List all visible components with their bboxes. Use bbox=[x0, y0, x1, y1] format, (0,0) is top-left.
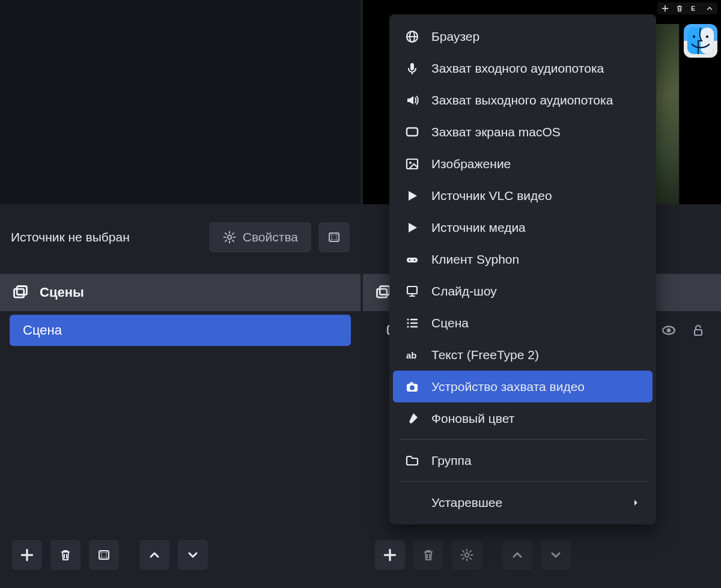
menu-item-label: Сцена bbox=[431, 316, 640, 330]
menu-item-play[interactable]: Источник медиа bbox=[393, 211, 653, 243]
fx-icon[interactable] bbox=[690, 4, 699, 13]
menu-item-group[interactable]: Группа bbox=[393, 444, 653, 476]
app-root: Источник не выбран Свойства Сцены Сцена bbox=[0, 0, 721, 588]
menu-item-camera[interactable]: Устройство захвата видео bbox=[393, 371, 653, 402]
play-icon bbox=[404, 219, 421, 236]
menu-item-play[interactable]: Источник VLC видео bbox=[393, 180, 653, 211]
menu-item-label: Текст (FreeType 2) bbox=[431, 348, 640, 362]
menu-item-globe[interactable]: Браузер bbox=[393, 20, 653, 52]
gamepad-icon bbox=[404, 251, 421, 268]
mic-icon bbox=[404, 60, 421, 77]
gear-icon bbox=[222, 230, 237, 244]
menu-item-deprecated[interactable]: Устаревшее bbox=[393, 486, 653, 518]
menu-item-mic[interactable]: Захват входного аудиопотока bbox=[393, 52, 653, 84]
scene-filters-button[interactable] bbox=[89, 540, 119, 570]
chevron-up-icon[interactable] bbox=[705, 4, 714, 13]
add-source-menu: БраузерЗахват входного аудиопотокаЗахват… bbox=[389, 14, 656, 524]
camera-icon bbox=[404, 378, 421, 395]
menu-item-label: Слайд-шоу bbox=[431, 284, 640, 299]
menu-separator bbox=[399, 439, 646, 440]
source-properties-button[interactable] bbox=[452, 540, 482, 570]
move-scene-up-button[interactable] bbox=[139, 540, 169, 570]
properties-button[interactable]: Свойства bbox=[209, 222, 311, 252]
play-icon bbox=[404, 187, 421, 204]
menu-item-label: Источник медиа bbox=[431, 220, 640, 235]
add-source-button[interactable] bbox=[375, 540, 405, 570]
menu-item-text[interactable]: Текст (FreeType 2) bbox=[393, 339, 653, 371]
menu-item-label: Устаревшее bbox=[431, 496, 620, 510]
globe-icon bbox=[404, 28, 421, 45]
plus-icon[interactable] bbox=[661, 4, 669, 13]
display-icon bbox=[404, 124, 421, 141]
menu-item-label: Клиент Syphon bbox=[431, 252, 640, 267]
source-status-row: Источник не выбран Свойства bbox=[0, 213, 360, 262]
add-scene-button[interactable] bbox=[12, 540, 42, 570]
menu-item-label: Захват выходного аудиопотока bbox=[431, 93, 640, 108]
menu-item-label: Захват экрана macOS bbox=[431, 125, 640, 139]
slideshow-icon bbox=[404, 283, 421, 300]
menu-item-label: Изображение bbox=[431, 157, 640, 171]
menu-item-speaker[interactable]: Захват выходного аудиопотока bbox=[393, 84, 653, 116]
properties-button-label: Свойства bbox=[243, 230, 298, 244]
svg-rect-33 bbox=[410, 382, 413, 384]
menu-item-list[interactable]: Сцена bbox=[393, 307, 653, 339]
list-icon bbox=[404, 315, 421, 332]
filter-icon bbox=[327, 230, 341, 244]
speaker-icon bbox=[404, 92, 421, 109]
scenes-panel-title: Сцены bbox=[40, 285, 84, 300]
finder-app-icon[interactable] bbox=[684, 24, 717, 58]
scenes-panel-header[interactable]: Сцены bbox=[0, 274, 360, 311]
preview-area-left[interactable] bbox=[0, 0, 360, 204]
image-icon bbox=[404, 156, 421, 172]
scenes-icon bbox=[12, 284, 29, 301]
lock-icon[interactable] bbox=[691, 323, 705, 338]
menu-item-label: Группа bbox=[431, 453, 640, 468]
menu-item-gamepad[interactable]: Клиент Syphon bbox=[393, 243, 653, 275]
text-icon bbox=[404, 347, 421, 363]
menu-separator bbox=[399, 481, 646, 482]
eye-icon[interactable] bbox=[661, 323, 677, 338]
move-scene-down-button[interactable] bbox=[178, 540, 208, 570]
chevron-right-icon bbox=[631, 498, 640, 508]
move-source-down-button[interactable] bbox=[541, 540, 571, 570]
menu-item-display[interactable]: Захват экрана macOS bbox=[393, 116, 653, 148]
menu-item-label: Устройство захвата видео bbox=[431, 380, 640, 394]
scene-item[interactable]: Сцена bbox=[10, 315, 351, 346]
left-column: Источник не выбран Свойства Сцены Сцена bbox=[0, 0, 360, 577]
no-source-label: Источник не выбран bbox=[11, 230, 130, 244]
menu-item-label: Фоновый цвет bbox=[431, 411, 640, 426]
remove-source-button[interactable] bbox=[413, 540, 443, 570]
scenes-toolbar bbox=[0, 533, 360, 577]
filters-button[interactable] bbox=[318, 222, 350, 252]
preview-window-toolbar bbox=[657, 2, 717, 14]
scenes-list: Сцена bbox=[10, 315, 351, 346]
brush-icon bbox=[404, 410, 421, 427]
menu-item-slideshow[interactable]: Слайд-шоу bbox=[393, 275, 653, 307]
trash-icon[interactable] bbox=[675, 4, 684, 13]
folder-icon bbox=[404, 452, 421, 469]
menu-item-label: Браузер bbox=[431, 29, 640, 44]
remove-scene-button[interactable] bbox=[50, 540, 81, 570]
menu-item-label: Источник VLC видео bbox=[431, 189, 640, 203]
sources-toolbar bbox=[363, 533, 721, 577]
menu-item-label: Захват входного аудиопотока bbox=[431, 61, 640, 76]
svg-point-32 bbox=[410, 385, 415, 390]
move-source-up-button[interactable] bbox=[502, 540, 532, 570]
menu-item-image[interactable]: Изображение bbox=[393, 148, 653, 180]
scene-item-label: Сцена bbox=[23, 323, 62, 338]
menu-item-brush[interactable]: Фоновый цвет bbox=[393, 402, 653, 434]
